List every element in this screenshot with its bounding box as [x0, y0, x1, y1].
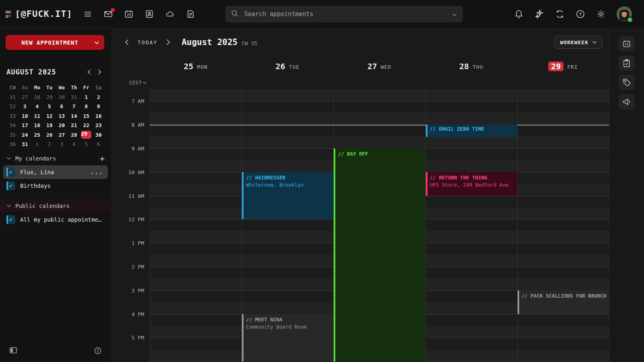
settings-gear-icon[interactable] [596, 9, 606, 19]
day-header[interactable]: 29FRI [517, 56, 609, 76]
rail-tags-icon[interactable] [619, 75, 635, 90]
mini-calendar-day[interactable]: 31 [68, 93, 80, 102]
mini-calendar-day[interactable]: 21 [68, 121, 80, 130]
mini-calendar-day-number[interactable]: 6 [60, 103, 63, 109]
mini-calendar-day-number[interactable]: 26 [46, 132, 53, 138]
events-grid[interactable]: // HAIDRESSERWhiteroom, Brooklyn// MEET … [150, 89, 609, 362]
mini-calendar-day-number[interactable]: 24 [22, 132, 28, 138]
mini-calendar-day[interactable]: 6 [56, 102, 68, 111]
calendar-list-item[interactable]: ✓Birthdays [3, 179, 108, 193]
mini-calendar-day-number[interactable]: 2 [97, 94, 100, 100]
mini-calendar-day[interactable]: 2 [93, 93, 105, 102]
mini-calendar-day[interactable]: 29 [43, 93, 56, 102]
mini-calendar-prev-button[interactable] [84, 67, 94, 77]
mini-calendar-day[interactable]: 25 [31, 130, 43, 140]
mail-icon[interactable] [103, 9, 113, 19]
search-scope-chevron-icon[interactable] [452, 10, 457, 18]
mini-calendar-day[interactable]: 8 [80, 102, 93, 111]
help-icon[interactable]: ? [576, 9, 585, 19]
mini-calendar-next-button[interactable] [94, 67, 105, 77]
mini-calendar-day[interactable]: 28 [68, 130, 80, 140]
mini-calendar-day-number[interactable]: 30 [58, 94, 65, 100]
calendar-event[interactable]: // RETURN THE THINGUPS Store, 240 Bedfor… [426, 172, 517, 196]
mini-calendar-day[interactable]: 23 [93, 121, 105, 130]
mini-calendar-day-number[interactable]: 2 [48, 141, 51, 147]
mini-calendar-day-number[interactable]: 4 [72, 141, 76, 147]
calendar-options-button[interactable]: ... [90, 168, 105, 176]
mini-calendar-day[interactable]: 17 [19, 121, 31, 130]
mini-calendar-day[interactable]: 6 [93, 140, 105, 149]
mini-calendar-day[interactable]: 31 [19, 140, 31, 149]
today-button[interactable]: TODAY [138, 39, 157, 45]
mini-calendar-day-number[interactable]: 22 [83, 122, 89, 128]
mini-calendar-day-number[interactable]: 13 [58, 113, 65, 119]
mini-calendar-day-number[interactable]: 18 [34, 122, 40, 128]
mini-calendar-day-number[interactable]: 17 [22, 122, 28, 128]
next-week-button[interactable] [162, 36, 174, 48]
new-appointment-button[interactable]: NEW APPOINTMENT [6, 35, 104, 50]
mini-calendar-day[interactable]: 1 [31, 140, 43, 149]
mini-calendar-day[interactable]: 28 [31, 93, 43, 102]
rail-tasks-icon[interactable] [619, 56, 635, 71]
mini-calendar-day-number[interactable]: 15 [83, 113, 89, 119]
mini-calendar-day-number[interactable]: 27 [58, 132, 65, 138]
calendar-checkbox[interactable]: ✓ [6, 168, 15, 177]
collapse-sidebar-icon[interactable] [10, 347, 17, 356]
mini-calendar-day-number[interactable]: 16 [95, 113, 102, 119]
mini-calendar-day-number[interactable]: 8 [85, 103, 88, 109]
sync-icon[interactable] [555, 9, 565, 19]
mini-calendar-day[interactable]: 1 [80, 93, 93, 102]
mini-calendar-day[interactable]: 5 [80, 140, 93, 149]
my-calendars-section-header[interactable]: My calendars + [0, 152, 111, 165]
mini-calendar-day-number[interactable]: 27 [22, 94, 28, 100]
ai-sparkles-icon[interactable] [535, 9, 544, 19]
calendar-list-item[interactable]: ✓Flux, Lina... [3, 165, 108, 179]
mini-calendar-day[interactable]: 3 [56, 140, 68, 149]
mini-calendar-day-number[interactable]: 28 [34, 94, 40, 100]
mini-calendar-day[interactable]: 27 [56, 130, 68, 140]
mini-calendar-day[interactable]: 4 [68, 140, 80, 149]
calendar-list-item[interactable]: ✓All my public appointme… [3, 213, 108, 226]
rail-announcements-icon[interactable] [619, 94, 635, 109]
mini-calendar-day[interactable]: 24 [19, 130, 31, 140]
mini-calendar-day-number[interactable]: 9 [97, 103, 100, 109]
notifications-bell-icon[interactable] [514, 9, 524, 19]
mini-calendar-day-number[interactable]: 1 [35, 141, 39, 147]
calendar-event[interactable]: // MEET NINACommunity Board Room [242, 314, 333, 362]
mini-calendar-day-number[interactable]: 31 [71, 94, 77, 100]
mini-calendar-day[interactable]: 12 [43, 111, 56, 121]
search-bar[interactable] [225, 6, 463, 23]
mini-calendar-day-number[interactable]: 23 [95, 122, 102, 128]
calendar-event[interactable]: // PACK SCALLIONS FOR BRUNCH [518, 290, 609, 314]
cloud-icon[interactable] [165, 9, 175, 19]
view-selector-button[interactable]: WORKWEEK [554, 36, 603, 49]
mini-calendar-day-number[interactable]: 11 [34, 113, 40, 119]
day-header[interactable]: 25MON [150, 56, 242, 76]
mini-calendar-day-number[interactable]: 21 [71, 122, 77, 128]
mini-calendar-day-number[interactable]: 7 [72, 103, 76, 109]
calendar-checkbox[interactable]: ✓ [6, 215, 15, 224]
mini-calendar-day[interactable]: 30 [93, 130, 105, 140]
mini-calendar-day[interactable]: 11 [31, 111, 43, 121]
mini-calendar-day-number[interactable]: 3 [23, 103, 27, 109]
mini-calendar-day[interactable]: 15 [80, 111, 93, 121]
mini-calendar-day-number[interactable]: 1 [85, 94, 88, 100]
mini-calendar-day[interactable]: 29 [80, 130, 93, 140]
mini-calendar-day-number[interactable]: 6 [97, 141, 100, 147]
mini-calendar-day[interactable]: 7 [68, 102, 80, 111]
mini-calendar-day[interactable]: 27 [19, 93, 31, 102]
search-input[interactable] [244, 10, 446, 18]
public-calendars-section-header[interactable]: Public calendars [0, 200, 111, 212]
calendar-event[interactable]: // EMAIL ZERO TIME [426, 125, 517, 136]
calendar-event[interactable]: // DAY OFF [334, 148, 425, 362]
mini-calendar-day-number[interactable]: 20 [58, 122, 65, 128]
mini-calendar-day[interactable]: 26 [43, 130, 56, 140]
menu-hamburger-icon[interactable] [83, 9, 93, 19]
mini-calendar-day-number[interactable]: 28 [71, 132, 77, 138]
mini-calendar-day[interactable]: 19 [43, 121, 56, 130]
day-header[interactable]: 27WED [333, 56, 425, 76]
calendar-event[interactable]: // HAIDRESSERWhiteroom, Brooklyn [242, 172, 333, 220]
mini-calendar-day-number[interactable]: 12 [46, 113, 53, 119]
prev-week-button[interactable] [121, 36, 133, 48]
rail-calendar-icon[interactable]: 29 [619, 36, 635, 51]
